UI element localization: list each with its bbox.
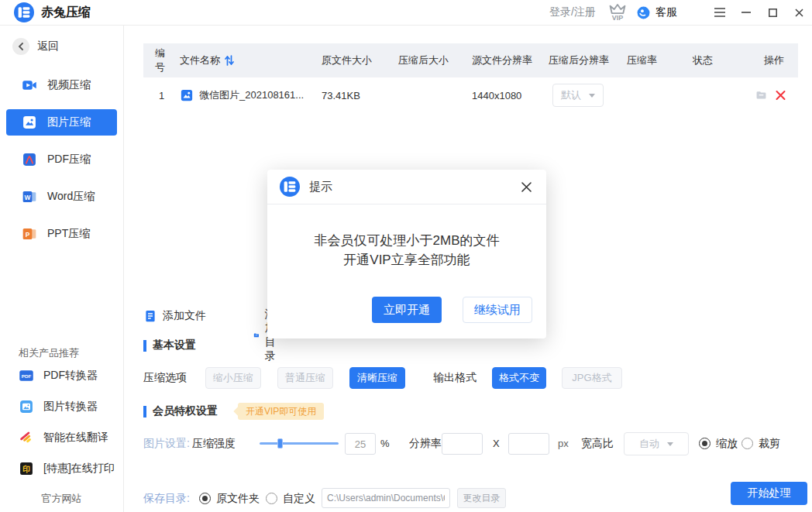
strength-slider[interactable] — [260, 442, 339, 445]
modal-buttons: 立即开通 继续试用 — [372, 297, 532, 323]
add-file-button[interactable]: 添加文件 — [143, 309, 206, 323]
sidebar-item-pdf-converter[interactable]: PDF PDF转换器 — [0, 360, 123, 391]
delete-file-icon[interactable] — [775, 88, 786, 102]
modal-message-line2: 开通VIP立享全部功能 — [267, 250, 546, 270]
open-folder-icon[interactable] — [755, 88, 767, 102]
x-separator: X — [493, 438, 500, 449]
format-jpg[interactable]: JPG格式 — [562, 367, 622, 389]
col-header-ops: 操作 — [755, 53, 798, 67]
slider-handle[interactable] — [277, 438, 283, 448]
related-products-header: 相关产品推荐 — [19, 346, 123, 360]
resolution-dropdown[interactable]: 默认 — [552, 84, 604, 107]
customer-service[interactable]: 客服 — [636, 5, 677, 20]
table-row: 1 微信图片_202108161... 73.41KB 1440x1080 默认 — [143, 77, 798, 113]
width-input[interactable] — [442, 433, 483, 455]
col-header-orig-size: 原文件大小 — [318, 53, 395, 67]
sidebar-item-image-compress[interactable]: 图片压缩 — [6, 109, 117, 136]
cell-comp-res: 默认 — [549, 84, 624, 107]
percent-sign: % — [380, 438, 390, 449]
titlebar-right: 登录/注册 VIP 客服 — [549, 0, 812, 26]
strength-input[interactable] — [345, 433, 376, 455]
continue-trial-button[interactable]: 继续试用 — [463, 297, 532, 323]
app-logo-icon — [280, 177, 300, 197]
custom-folder-radio[interactable] — [266, 493, 277, 504]
close-window-icon[interactable] — [786, 0, 812, 26]
option-shrink-compress[interactable]: 缩小压缩 — [205, 367, 261, 389]
original-folder-label: 原文件夹 — [216, 492, 260, 506]
app-logo-icon — [14, 2, 34, 22]
sidebar-item-online-print[interactable]: 印 [特惠]在线打印 — [0, 453, 123, 484]
translate-icon — [19, 430, 34, 445]
basic-settings-header: 基本设置 — [143, 338, 196, 352]
back-chevron-icon — [12, 38, 29, 55]
vip-crown-icon[interactable]: VIP — [608, 4, 627, 21]
scale-radio-label: 缩放 — [716, 437, 738, 451]
file-table: 编号 文件名称 原文件大小 压缩后大小 源文件分辨率 压缩后分辨率 压缩率 状态… — [143, 43, 798, 113]
save-dir-label: 保存目录: — [143, 492, 190, 506]
sidebar-item-online-translate[interactable]: 智能在线翻译 — [0, 422, 123, 453]
cell-src-res: 1440x1080 — [469, 90, 549, 101]
change-directory-button[interactable]: 更改目录 — [457, 488, 506, 508]
maximize-icon[interactable] — [759, 0, 786, 26]
print-icon: 印 — [19, 461, 34, 476]
compress-options-row: 压缩选项 缩小压缩 普通压缩 清晰压缩 输出格式 格式不变 JPG格式 — [143, 367, 622, 389]
save-path-input[interactable] — [322, 488, 450, 508]
titlebar: 赤兔压缩 登录/注册 VIP 客服 — [0, 0, 812, 26]
format-unchanged[interactable]: 格式不变 — [492, 367, 546, 389]
image-icon — [22, 115, 37, 130]
cell-filename: 微信图片_202108161... — [174, 88, 318, 102]
px-unit: px — [558, 438, 569, 449]
sidebar-nav: 视频压缩 图片压缩 PDF压缩 — [0, 72, 123, 247]
strength-label: 压缩强度 — [192, 437, 236, 451]
modal-title: 提示 — [309, 180, 332, 194]
col-header-filename: 文件名称 — [174, 53, 318, 67]
original-folder-radio[interactable] — [199, 493, 211, 504]
vip-settings-header: 会员特权设置 开通VIP即可使用 — [143, 403, 324, 420]
activate-vip-button[interactable]: 立即开通 — [372, 297, 442, 323]
brand: 赤兔压缩 — [14, 2, 91, 22]
crop-radio-label: 裁剪 — [759, 437, 780, 451]
custom-folder-label: 自定义 — [283, 492, 315, 506]
col-header-rate: 压缩率 — [624, 53, 690, 67]
aspect-ratio-dropdown[interactable]: 自动 — [624, 432, 689, 455]
crop-radio[interactable] — [741, 438, 753, 449]
aspect-ratio-label: 宽高比 — [581, 437, 614, 451]
svg-text:印: 印 — [22, 465, 30, 473]
sidebar-item-video-compress[interactable]: 视频压缩 — [6, 72, 117, 98]
svg-text:P: P — [26, 231, 30, 239]
sidebar-item-word-compress[interactable]: W Word压缩 — [6, 184, 117, 210]
sort-icon[interactable] — [225, 55, 234, 66]
scale-radio[interactable] — [699, 438, 710, 449]
col-header-src-res: 源文件分辨率 — [469, 53, 549, 67]
sidebar-item-pdf-compress[interactable]: PDF压缩 — [6, 146, 117, 173]
official-site-link[interactable]: 官方网站 — [0, 492, 123, 506]
modal-close-icon[interactable] — [518, 179, 534, 194]
image-settings-label: 图片设置: — [143, 437, 190, 451]
section-bar — [143, 340, 146, 352]
option-normal-compress[interactable]: 普通压缩 — [277, 367, 333, 389]
start-process-button[interactable]: 开始处理 — [731, 482, 807, 505]
back-button[interactable]: 返回 — [12, 38, 123, 55]
modal-message-line1: 非会员仅可处理小于2MB的文件 — [267, 231, 546, 250]
cell-no: 1 — [143, 90, 174, 101]
vip-required-tag: 开通VIP即可使用 — [238, 403, 324, 420]
cell-orig-size: 73.41KB — [318, 90, 395, 101]
add-folder-icon — [253, 328, 260, 342]
cell-ops — [755, 88, 798, 102]
minimize-icon[interactable] — [733, 0, 759, 26]
image-converter-icon — [19, 399, 34, 414]
svg-text:PDF: PDF — [22, 373, 32, 379]
section-bar — [143, 406, 146, 418]
col-header-no: 编号 — [143, 46, 174, 74]
option-clear-compress[interactable]: 清晰压缩 — [349, 367, 405, 389]
app-window: 赤兔压缩 登录/注册 VIP 客服 — [0, 0, 812, 512]
video-icon — [22, 77, 37, 93]
sidebar-item-ppt-compress[interactable]: P PPT压缩 — [6, 221, 117, 247]
app-title: 赤兔压缩 — [41, 5, 91, 21]
login-register-link[interactable]: 登录/注册 — [549, 5, 596, 19]
chevron-down-icon — [667, 442, 673, 446]
word-icon: W — [22, 189, 37, 204]
sidebar-item-image-converter[interactable]: 图片转换器 — [0, 391, 123, 422]
height-input[interactable] — [508, 433, 549, 455]
menu-icon[interactable] — [707, 0, 733, 26]
